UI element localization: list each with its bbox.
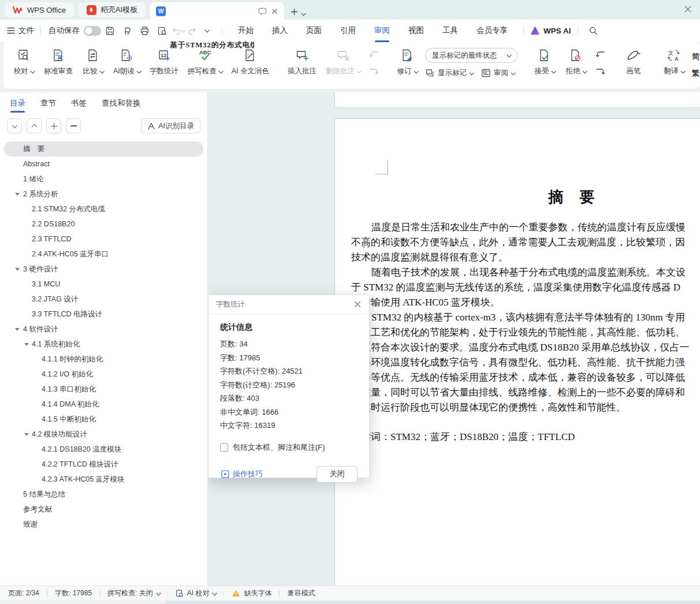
toc-item[interactable]: 4.1 系统初始化 <box>4 337 203 352</box>
track-changes-button[interactable]: 修订 <box>392 42 423 87</box>
panel-tab[interactable]: 目录 <box>9 94 26 113</box>
tips-link[interactable]: 操作技巧 <box>221 469 263 479</box>
toc-item[interactable]: 2.2 DS18B20 <box>4 217 203 232</box>
print-button[interactable] <box>137 23 152 38</box>
toc-item[interactable]: 4.1.2 I/O 初始化 <box>4 367 203 382</box>
toc-item[interactable]: 3.2 JTAG 设计 <box>4 292 203 307</box>
zoom-out-outline-button[interactable] <box>66 118 81 133</box>
word-count-indicator[interactable]: 字数: 17985 <box>55 588 92 598</box>
previous-change-button[interactable] <box>593 49 607 61</box>
menu-tab[interactable]: 工具 <box>441 23 459 38</box>
toc-item[interactable]: 2.1 STM32 分布式电缆 <box>4 202 203 217</box>
dialog-titlebar[interactable]: 字数统计 <box>208 295 369 314</box>
show-markup-button[interactable]: 显示标记 <box>425 68 473 78</box>
page-indicator[interactable]: 页面: 2/34 <box>8 588 39 598</box>
output-pdf-button[interactable] <box>120 23 135 38</box>
brush-button[interactable]: 画笔 <box>618 42 649 87</box>
menu-tab[interactable]: 会员专享 <box>475 23 509 38</box>
to-simplified-button[interactable]: 繁 转简 <box>692 66 700 80</box>
menu-tab[interactable]: 视图 <box>407 23 425 38</box>
toc-item[interactable]: 2.3 TFTLCD <box>4 232 203 247</box>
next-comment-button[interactable] <box>367 66 381 79</box>
toc-item[interactable]: 4.2 模块功能设计 <box>4 427 203 442</box>
save-button[interactable] <box>102 23 117 38</box>
toc-item[interactable]: 4.1.4 DMA 初始化 <box>4 397 203 412</box>
tab-list-button[interactable] <box>301 12 305 16</box>
menu-tab[interactable]: 审阅 <box>373 23 391 38</box>
toc-item[interactable]: 2.4 ATK-HC05 蓝牙串口 <box>4 247 203 262</box>
proofread-button[interactable]: 校对 <box>8 42 39 87</box>
zoom-in-outline-button[interactable] <box>46 118 61 133</box>
toc-item[interactable]: 参考文献 <box>4 502 203 517</box>
ai-read-button[interactable]: AI朗读 <box>109 42 145 87</box>
toc-item[interactable]: Abstract <box>4 156 203 171</box>
menu-tab[interactable]: 开始 <box>237 23 255 38</box>
toc-item[interactable]: 摘 要 <box>4 141 203 156</box>
document-canvas[interactable]: 摘 要 温度是日常生活和农业生产中的一个重要参数，传统的温度计有反应缓慢 不高的… <box>208 92 700 586</box>
missing-font-warning[interactable]: 缺失字体 <box>232 588 271 598</box>
wps-ai-button[interactable]: WPS AI <box>530 26 571 35</box>
to-traditional-button[interactable]: 简 转繁 <box>692 50 700 63</box>
undo-button[interactable] <box>172 26 185 36</box>
toc-item[interactable]: 4.2.1 DS18B20 温度模块 <box>4 442 203 457</box>
toc-item[interactable]: 1 绪论 <box>4 171 203 187</box>
toc-item[interactable]: 4.1.5 中断初始化 <box>4 412 203 427</box>
toc-item[interactable]: 3.1 MCU <box>4 277 203 292</box>
dialog-close-button[interactable]: 关闭 <box>317 466 358 483</box>
new-tab-button[interactable] <box>291 8 298 16</box>
close-icon[interactable] <box>271 8 278 15</box>
ai-recognize-toc-button[interactable]: AI识别目录 <box>141 118 200 133</box>
translate-button[interactable]: 文 A 翻译 <box>658 42 690 87</box>
collapse-arrow-icon[interactable] <box>24 343 29 346</box>
tab-docer-templates[interactable]: 稻壳AI模板 <box>79 2 146 17</box>
search-button[interactable] <box>586 23 601 38</box>
panel-tab[interactable]: 章节 <box>40 94 57 113</box>
toc-item[interactable]: 3.3 TFTLCD 电路设计 <box>4 307 203 322</box>
panel-tab[interactable]: 书签 <box>70 94 87 113</box>
toc-item[interactable]: 4.2.3 ATK-HC05 蓝牙模块 <box>4 472 203 487</box>
collapse-arrow-icon[interactable] <box>15 193 20 196</box>
word-count-button[interactable]: 12 字数统计 <box>145 42 183 87</box>
reject-button[interactable]: 拒绝 <box>560 42 591 87</box>
file-menu-button[interactable]: 文件 <box>7 25 34 36</box>
collapse-arrow-icon[interactable] <box>24 433 29 436</box>
delete-comment-button[interactable]: 删除批注 <box>321 42 365 87</box>
collapse-arrow-icon[interactable] <box>15 268 20 271</box>
toc-item[interactable]: 4.1.3 串口初始化 <box>4 382 203 397</box>
spell-check-button[interactable]: ABC 拼写检查 <box>183 42 227 87</box>
document-page[interactable]: 摘 要 温度是日常生活和农业生产中的一个重要参数，传统的温度计有反应缓慢 不高的… <box>334 118 700 586</box>
review-pane-button[interactable]: 审阅 <box>481 68 515 78</box>
spell-check-status[interactable]: 拼写检查: 关闭 <box>107 588 160 598</box>
ai-polish-button[interactable]: AI 全文润色 <box>227 42 274 87</box>
standard-review-button[interactable]: 标准审查 <box>39 42 77 87</box>
markup-state-select[interactable]: 显示标记的最终状态 <box>425 48 517 63</box>
next-change-button[interactable] <box>593 66 607 79</box>
redo-button[interactable] <box>187 26 197 36</box>
collapse-arrow-icon[interactable] <box>15 328 20 331</box>
expand-all-button[interactable] <box>7 118 22 133</box>
menu-tab[interactable]: 引用 <box>339 23 357 38</box>
toc-item[interactable]: 4.2.2 TFTLCD 模块设计 <box>4 457 203 472</box>
toc-item[interactable]: 4 软件设计 <box>4 322 203 337</box>
insert-comment-button[interactable]: 插入批注 <box>283 42 321 87</box>
panel-close-button[interactable] <box>684 5 692 13</box>
checkbox-icon[interactable] <box>220 443 228 452</box>
toc-item[interactable]: 致谢 <box>4 517 203 532</box>
drag-handle-icon[interactable] <box>363 238 370 248</box>
tab-wps-home[interactable]: WPS Office <box>5 2 74 17</box>
toc-item[interactable]: 3 硬件设计 <box>4 262 203 277</box>
previous-comment-button[interactable] <box>367 49 381 61</box>
toc-item[interactable]: 4.1.1 时钟的初始化 <box>4 352 203 367</box>
collapse-all-button[interactable] <box>27 118 42 133</box>
menu-tab[interactable]: 插入 <box>271 23 289 38</box>
compare-button[interactable]: 比较 <box>77 42 109 87</box>
compatibility-mode-indicator[interactable]: 兼容模式 <box>287 588 315 598</box>
toc-item[interactable]: 2 系统分析 <box>4 187 203 202</box>
panel-tab[interactable]: 查找和替换 <box>101 94 142 113</box>
autosave-toggle[interactable] <box>84 26 101 36</box>
print-preview-button[interactable] <box>154 23 169 38</box>
comment-icon[interactable] <box>258 8 267 15</box>
include-footnotes-option[interactable]: 包括文本框、脚注和尾注(F) <box>220 442 358 453</box>
ai-proofread-button[interactable]: AI 校对 <box>176 588 217 598</box>
accept-button[interactable]: 接受 <box>529 42 560 87</box>
